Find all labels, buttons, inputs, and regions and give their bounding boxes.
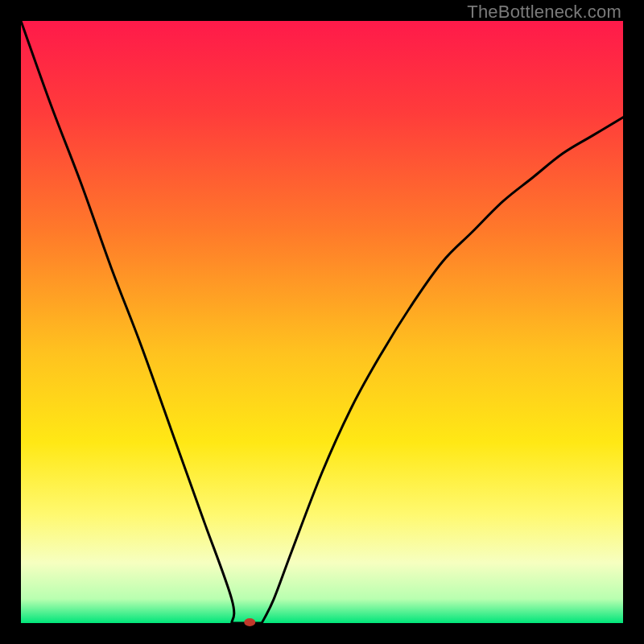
chart-container: TheBottleneck.com xyxy=(0,0,644,644)
attribution-text: TheBottleneck.com xyxy=(467,2,621,23)
optimum-marker xyxy=(244,618,255,626)
plot-background xyxy=(21,21,623,623)
bottleneck-chart xyxy=(0,0,644,644)
